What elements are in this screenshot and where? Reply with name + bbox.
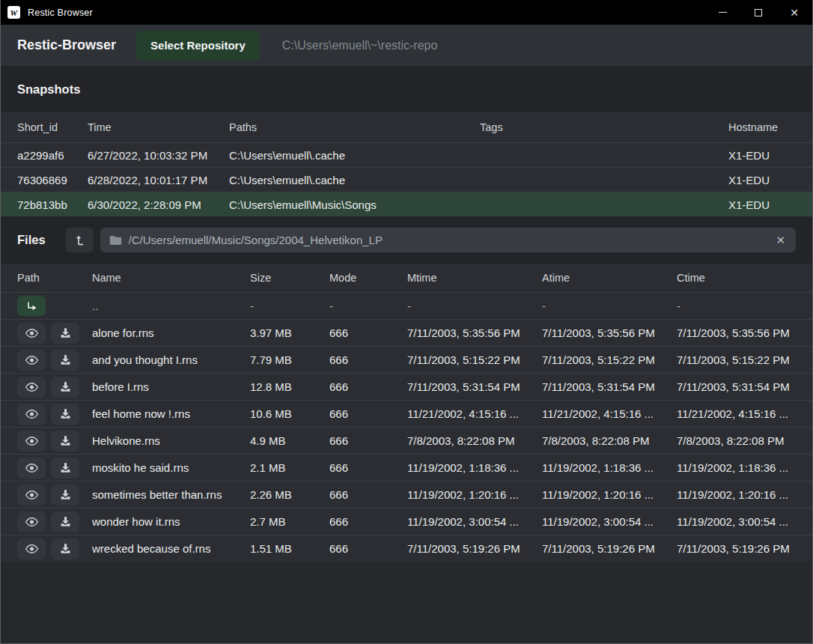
close-button[interactable]: ✕ — [776, 0, 812, 25]
download-file-button[interactable] — [51, 484, 79, 505]
file-row[interactable]: and you thought I.rns7.79 MB6667/11/2003… — [1, 346, 812, 373]
download-file-button[interactable] — [51, 377, 79, 398]
file-row[interactable]: feel home now !.rns10.6 MB66611/21/2002,… — [1, 400, 812, 427]
file-mode: 666 — [329, 326, 407, 339]
download-icon — [60, 408, 71, 419]
download-file-button[interactable] — [51, 323, 79, 344]
download-icon — [60, 516, 71, 527]
snapshot-hostname: X1-EDU — [728, 149, 796, 162]
download-file-button[interactable] — [51, 458, 79, 479]
snapshot-time: 6/30/2022, 2:28:09 PM — [88, 198, 229, 211]
view-file-button[interactable] — [17, 511, 46, 532]
files-title: Files — [17, 233, 46, 247]
file-ctime: 11/19/2002, 1:18:36 ... — [677, 461, 796, 474]
eye-icon — [25, 517, 39, 527]
file-atime: 7/11/2003, 5:19:26 PM — [542, 542, 677, 555]
folder-icon — [109, 235, 122, 246]
app-name: Restic-Browser — [17, 37, 116, 53]
file-ctime: 11/19/2002, 3:00:54 ... — [677, 515, 796, 528]
file-ctime: - — [677, 300, 796, 312]
file-mtime: 7/11/2003, 5:31:54 PM — [407, 380, 542, 393]
files-col-name: Name — [92, 272, 250, 284]
snapshot-row-selected[interactable]: 72b813bb 6/30/2022, 2:28:09 PM C:\Users\… — [1, 192, 812, 216]
view-file-button[interactable] — [17, 484, 46, 505]
file-ctime: 7/11/2003, 5:15:22 PM — [677, 353, 796, 366]
file-name: alone for.rns — [92, 326, 250, 339]
file-ctime: 7/11/2003, 5:31:54 PM — [677, 380, 796, 393]
download-file-button[interactable] — [51, 404, 79, 425]
maximize-icon — [755, 9, 762, 16]
files-section-header: Files /C/Users/emuell/Music/Songs/2004_H… — [1, 216, 812, 264]
file-ctime: 7/8/2003, 8:22:08 PM — [677, 434, 796, 447]
download-icon — [60, 489, 71, 500]
eye-icon — [25, 382, 39, 392]
view-file-button[interactable] — [17, 458, 46, 479]
download-icon — [60, 327, 71, 338]
view-file-button[interactable] — [17, 404, 46, 425]
snapshot-short-id: 76306869 — [17, 174, 88, 186]
minimize-button[interactable] — [704, 0, 740, 25]
file-size: 2.7 MB — [250, 515, 329, 528]
file-atime: 7/11/2003, 5:35:56 PM — [542, 326, 677, 339]
file-mode: 666 — [329, 353, 407, 366]
file-row[interactable]: Helvikone.rns4.9 MB6667/8/2003, 8:22:08 … — [1, 427, 812, 454]
file-mtime: 11/21/2002, 4:15:16 ... — [407, 407, 542, 420]
file-mode: - — [329, 300, 407, 312]
file-row[interactable]: wrecked because of.rns1.51 MB6667/11/200… — [1, 535, 812, 562]
file-row[interactable]: wonder how it.rns2.7 MB66611/19/2002, 3:… — [1, 508, 812, 535]
file-ctime: 11/19/2002, 1:20:16 ... — [677, 488, 796, 501]
view-file-button[interactable] — [17, 377, 46, 398]
view-file-button[interactable] — [17, 431, 46, 452]
download-file-button[interactable] — [51, 350, 79, 371]
snapshot-row[interactable]: 76306869 6/28/2022, 10:01:17 PM C:\Users… — [1, 167, 812, 192]
file-mode: 666 — [329, 488, 407, 501]
file-row[interactable]: before I.rns12.8 MB6667/11/2003, 5:31:54… — [1, 373, 812, 400]
file-mode: 666 — [329, 542, 407, 555]
close-icon: ✕ — [790, 7, 799, 18]
snapshots-table-header: Short_id Time Paths Tags Hostname — [1, 112, 812, 142]
snapshot-paths: C:\Users\emuell\.cache — [229, 149, 480, 162]
parent-dir-row[interactable]: .. - - - - - — [1, 292, 812, 319]
view-file-button[interactable] — [17, 350, 46, 371]
file-mtime: 11/19/2002, 3:00:54 ... — [407, 515, 542, 528]
file-size: 4.9 MB — [250, 434, 329, 447]
download-file-button[interactable] — [51, 538, 79, 559]
file-size: 7.79 MB — [250, 353, 329, 366]
file-mode: 666 — [329, 461, 407, 474]
go-up-button[interactable] — [17, 296, 46, 316]
snapshot-paths: C:\Users\emuell\.cache — [229, 174, 480, 186]
current-path-input[interactable]: /C/Users/emuell/Music/Songs/2004_Helveti… — [100, 228, 796, 252]
file-mode: 666 — [329, 380, 407, 393]
snapshot-row[interactable]: a2299af6 6/27/2022, 10:03:32 PM C:\Users… — [1, 142, 812, 167]
download-file-button[interactable] — [51, 511, 79, 532]
clear-path-button[interactable]: ✕ — [774, 234, 787, 247]
download-file-button[interactable] — [51, 431, 79, 452]
snapshots-section-header: Snapshots — [1, 66, 812, 112]
file-name: sometimes better than.rns — [92, 488, 250, 501]
file-mode: 666 — [329, 407, 407, 420]
snapshot-short-id: 72b813bb — [17, 198, 88, 211]
file-name: .. — [92, 300, 250, 312]
snapshots-col-short-id: Short_id — [17, 121, 88, 133]
file-mode: 666 — [329, 434, 407, 447]
download-icon — [60, 354, 71, 365]
snapshot-short-id: a2299af6 — [17, 149, 88, 162]
files-col-mode: Mode — [329, 272, 407, 284]
parent-directory-button[interactable] — [66, 228, 94, 252]
file-atime: 11/19/2002, 1:18:36 ... — [542, 461, 677, 474]
snapshots-title: Snapshots — [17, 82, 80, 97]
maximize-button[interactable] — [740, 0, 776, 25]
file-row[interactable]: sometimes better than.rns2.26 MB66611/19… — [1, 481, 812, 508]
eye-icon — [25, 355, 39, 365]
snapshots-col-time: Time — [88, 121, 229, 133]
files-table-header: Path Name Size Mode Mtime Atime Ctime — [1, 264, 812, 292]
select-repository-button[interactable]: Select Repository — [136, 31, 260, 61]
snapshots-col-tags: Tags — [480, 121, 728, 133]
view-file-button[interactable] — [17, 323, 46, 344]
snapshots-col-hostname: Hostname — [728, 121, 796, 133]
file-row[interactable]: moskito he said.rns2.1 MB66611/19/2002, … — [1, 454, 812, 481]
snapshot-time: 6/28/2022, 10:01:17 PM — [88, 174, 229, 186]
file-row[interactable]: alone for.rns3.97 MB6667/11/2003, 5:35:5… — [1, 319, 812, 346]
view-file-button[interactable] — [17, 538, 46, 559]
download-icon — [60, 435, 71, 446]
